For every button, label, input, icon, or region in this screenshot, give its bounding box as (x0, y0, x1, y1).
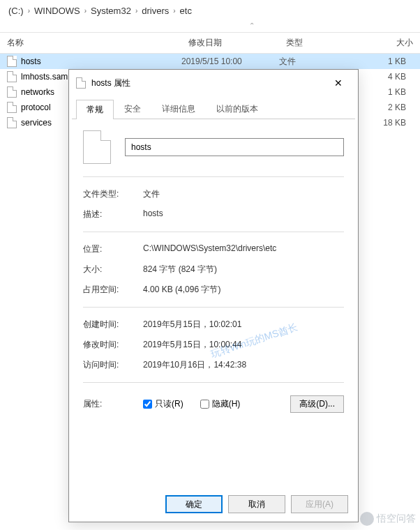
breadcrumb-item[interactable]: (C:) (8, 6, 24, 16)
advanced-button[interactable]: 高级(D)... (290, 395, 344, 413)
value-description: hosts (143, 209, 344, 220)
tab-general[interactable]: 常规 (76, 100, 114, 119)
file-icon (7, 102, 17, 113)
cancel-button[interactable]: 取消 (228, 495, 285, 513)
close-button[interactable]: ✕ (326, 75, 351, 91)
header-name[interactable]: 名称 (0, 33, 181, 53)
hidden-checkbox-input[interactable] (200, 400, 209, 409)
file-size: 4 KB (349, 72, 420, 82)
value-filetype: 文件 (143, 188, 344, 200)
file-row[interactable]: hosts 2019/5/15 10:00 文件 1 KB (0, 54, 420, 69)
sort-indicator-icon: ⌃ (0, 22, 420, 32)
value-modified: 2019年5月15日，10:00:44 (143, 339, 344, 351)
dialog-titlebar[interactable]: hosts 属性 ✕ (69, 70, 358, 96)
breadcrumb-item[interactable]: etc (180, 6, 192, 16)
corner-watermark: 悟空问答 (360, 512, 416, 526)
file-name: protocol (21, 103, 51, 112)
breadcrumb-item[interactable]: System32 (91, 6, 131, 16)
hidden-checkbox[interactable]: 隐藏(H) (200, 398, 241, 410)
readonly-checkbox[interactable]: 只读(R) (143, 398, 183, 410)
properties-dialog: hosts 属性 ✕ 常规 安全 详细信息 以前的版本 文件类型: 文件 描述:… (68, 69, 359, 522)
watermark-logo-icon (360, 512, 374, 526)
file-name: services (21, 118, 52, 128)
dialog-title-text: hosts 属性 (91, 77, 320, 89)
header-size[interactable]: 大小 (349, 33, 420, 53)
value-size: 824 字节 (824 字节) (143, 264, 344, 275)
file-large-icon (83, 130, 111, 164)
chevron-right-icon: › (170, 7, 178, 15)
breadcrumb-item[interactable]: WINDOWS (34, 6, 80, 16)
label-size-on-disk: 占用空间: (83, 284, 143, 296)
value-size-on-disk: 4.00 KB (4,096 字节) (143, 284, 344, 296)
file-icon (7, 56, 17, 67)
file-name: hosts (21, 56, 41, 66)
value-created: 2019年5月15日，10:02:01 (143, 319, 344, 331)
tabs: 常规 安全 详细信息 以前的版本 (72, 99, 355, 119)
label-size: 大小: (83, 264, 143, 275)
file-name: lmhosts.sam (21, 72, 68, 82)
breadcrumb[interactable]: (C:) › WINDOWS › System32 › drivers › et… (0, 0, 420, 22)
file-size: 1 KB (349, 87, 420, 97)
file-icon (7, 86, 17, 98)
header-date[interactable]: 修改日期 (181, 33, 279, 53)
label-description: 描述: (83, 209, 143, 220)
apply-button[interactable]: 应用(A) (291, 495, 348, 513)
tab-previous-versions[interactable]: 以前的版本 (206, 99, 269, 119)
column-headers: 名称 修改日期 类型 大小 (0, 32, 420, 54)
file-type: 文件 (279, 56, 349, 68)
label-modified: 修改时间: (83, 339, 143, 351)
chevron-right-icon: › (82, 7, 89, 15)
label-created: 创建时间: (83, 319, 143, 331)
breadcrumb-item[interactable]: drivers (142, 6, 169, 16)
file-name: networks (21, 87, 54, 97)
ok-button[interactable]: 确定 (165, 495, 223, 513)
tab-security[interactable]: 安全 (114, 99, 151, 119)
chevron-right-icon: › (25, 7, 33, 15)
hidden-label: 隐藏(H) (212, 398, 241, 410)
label-accessed: 访问时间: (83, 359, 143, 371)
corner-watermark-text: 悟空问答 (377, 513, 416, 525)
filename-input[interactable] (125, 138, 344, 156)
tab-details[interactable]: 详细信息 (151, 99, 206, 119)
label-filetype: 文件类型: (83, 188, 143, 200)
file-size: 2 KB (349, 103, 420, 112)
value-accessed: 2019年10月16日，14:42:38 (143, 359, 344, 371)
header-type[interactable]: 类型 (279, 33, 349, 53)
file-icon (7, 71, 17, 82)
file-icon (7, 117, 17, 128)
file-icon (76, 77, 86, 89)
dialog-footer: 确定 取消 应用(A) (69, 487, 358, 522)
dialog-body: 文件类型: 文件 描述: hosts 位置: C:\WINDOWS\System… (69, 119, 358, 487)
label-attributes: 属性: (83, 398, 143, 410)
file-size: 1 KB (349, 56, 420, 66)
label-location: 位置: (83, 243, 143, 255)
file-date: 2019/5/15 10:00 (181, 56, 279, 66)
value-location: C:\WINDOWS\System32\drivers\etc (143, 243, 344, 255)
readonly-label: 只读(R) (155, 398, 183, 410)
readonly-checkbox-input[interactable] (143, 400, 152, 409)
chevron-right-icon: › (133, 7, 140, 15)
file-size: 18 KB (349, 118, 420, 128)
